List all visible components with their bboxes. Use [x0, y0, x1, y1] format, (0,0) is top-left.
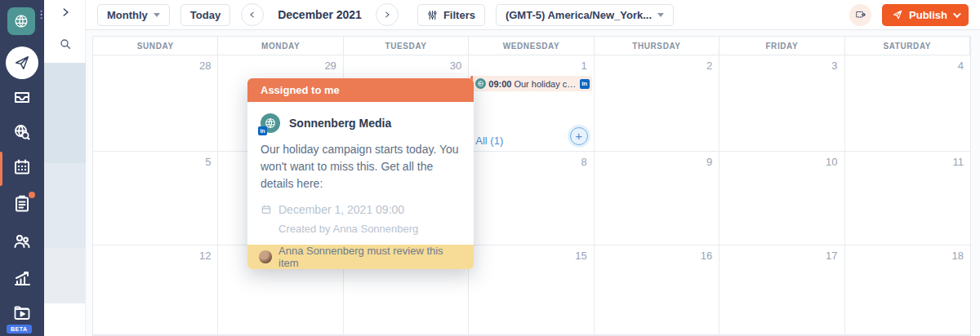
date-number: 5	[205, 156, 211, 168]
date-number: 16	[701, 250, 712, 262]
day-cell-december-1[interactable]: 1 09:00 Our holiday cam... in All (1) +	[469, 55, 594, 152]
inbox-icon	[12, 87, 32, 107]
date-number: 17	[826, 250, 837, 262]
popup-body: in Sonnenberg Media Our holiday campaign…	[247, 102, 474, 269]
all-posts-link[interactable]: All (1)	[475, 135, 503, 147]
account-name: Sonnenberg Media	[289, 117, 391, 130]
day-header-thursday: THURSDAY	[595, 37, 719, 55]
globe-search-icon	[12, 122, 32, 142]
workspace-avatar[interactable]	[7, 7, 35, 35]
day-cell[interactable]: 8	[469, 152, 594, 245]
day-header-tuesday: TUESDAY	[344, 37, 469, 55]
chevron-down-icon	[657, 13, 664, 17]
day-cell[interactable]: 5	[93, 152, 218, 245]
day-cell[interactable]: 11	[845, 152, 970, 245]
date-number: 30	[450, 60, 461, 72]
previous-month-button[interactable]	[241, 3, 264, 26]
popup-header: Assigned to me	[247, 78, 474, 102]
expand-calendar-button[interactable]	[849, 4, 871, 26]
expand-sidebar-button[interactable]	[44, 7, 86, 18]
date-number: 12	[199, 250, 211, 262]
day-header-sunday: SUNDAY	[93, 37, 218, 55]
chevron-down-icon	[154, 13, 160, 17]
assigned-label: Assigned to me	[261, 84, 340, 96]
clipboard-list-icon	[12, 194, 32, 214]
publish-button[interactable]: Publish	[882, 4, 969, 26]
sidebar-item-publishing[interactable]	[0, 194, 44, 214]
date-number: 8	[581, 156, 586, 168]
date-number: 9	[706, 156, 712, 168]
profile-group-placeholder[interactable]	[44, 248, 86, 303]
view-mode-label: Monthly	[107, 9, 148, 21]
filters-button[interactable]: Filters	[417, 4, 485, 26]
day-cell[interactable]: 28	[93, 55, 218, 152]
linkedin-icon: in	[258, 126, 267, 135]
day-cell[interactable]: 4	[845, 55, 970, 152]
day-cell[interactable]: 3	[719, 55, 844, 152]
calendar-icon	[12, 157, 32, 177]
sidebar-item-home[interactable]	[0, 46, 44, 79]
post-time: 09:00	[488, 79, 511, 89]
add-post-button[interactable]: +	[570, 127, 588, 145]
chevron-down-icon	[953, 10, 961, 18]
post-preview-popup: Assigned to me in Sonnenberg Media Our h…	[247, 78, 474, 269]
next-month-button[interactable]	[376, 3, 399, 26]
day-header-saturday: SATURDAY	[845, 37, 970, 55]
profile-group-placeholder[interactable]	[44, 163, 86, 248]
day-header-monday: MONDAY	[218, 37, 343, 55]
expand-icon	[855, 9, 866, 20]
calendar-icon	[261, 204, 272, 215]
day-cell[interactable]: 9	[595, 152, 719, 245]
sidebar-item-reports[interactable]	[0, 268, 44, 288]
day-cell[interactable]: 12	[93, 245, 218, 335]
sidebar-item-inbox[interactable]	[0, 87, 44, 107]
linkedin-icon: in	[580, 79, 590, 89]
profile-group-placeholder[interactable]	[44, 63, 86, 163]
date-number: 28	[199, 60, 211, 72]
paper-plane-icon	[892, 9, 903, 20]
post-title: Our holiday cam...	[514, 79, 577, 89]
day-cell[interactable]: 16	[595, 245, 719, 335]
people-icon	[12, 232, 32, 251]
account-avatar	[475, 78, 486, 89]
sidebar-item-community[interactable]	[0, 232, 44, 251]
search-icon[interactable]	[44, 38, 86, 51]
sidebar-item-listening[interactable]	[0, 122, 44, 142]
day-cell[interactable]: 17	[719, 245, 844, 335]
timezone-select[interactable]: (GMT-5) America/New_York...	[496, 4, 674, 26]
scheduled-post-chip[interactable]: 09:00 Our holiday cam... in	[470, 76, 591, 91]
period-title: December 2021	[278, 8, 362, 21]
day-cell[interactable]: 10	[719, 152, 844, 245]
sidebar-item-library[interactable]	[0, 303, 44, 323]
day-cell[interactable]: 18	[845, 245, 970, 335]
review-banner: Anna Sonnenberg must review this item	[247, 245, 474, 269]
date-number: 4	[958, 60, 964, 72]
workspace-menu-icon[interactable]: ⋮	[36, 11, 47, 18]
day-cell[interactable]: 15	[469, 245, 594, 335]
day-header-wednesday: WEDNESDAY	[469, 37, 594, 55]
date-number: 18	[952, 250, 964, 262]
date-number: 2	[706, 60, 712, 72]
notification-dot	[29, 192, 35, 198]
date-number: 10	[826, 156, 837, 168]
date-number: 3	[831, 60, 837, 72]
view-mode-select[interactable]: Monthly	[97, 4, 170, 26]
day-cell[interactable]: 2	[595, 55, 719, 152]
sidebar-item-calendar[interactable]	[0, 157, 44, 177]
primary-sidebar: ⋮	[0, 0, 44, 336]
calendar-panel: SUNDAY MONDAY TUESDAY WEDNESDAY THURSDAY…	[92, 36, 971, 336]
scheduled-datetime: December 1, 2021 09:00	[278, 203, 404, 216]
calendar-toolbar: Monthly Today December 2021 Filters (GMT…	[86, 0, 980, 30]
globe-logo-icon	[12, 12, 30, 30]
account-avatar: in	[261, 113, 280, 133]
calendar-grid: SUNDAY MONDAY TUESDAY WEDNESDAY THURSDAY…	[93, 37, 970, 335]
review-notice: Anna Sonnenberg must review this item	[278, 245, 462, 269]
video-folder-icon	[12, 303, 32, 323]
date-number: 1	[581, 60, 586, 72]
chart-growth-icon	[12, 268, 32, 288]
post-message: Our holiday campaign starts today. You w…	[261, 141, 461, 192]
today-button[interactable]: Today	[180, 4, 230, 26]
timezone-label: (GMT-5) America/New_York...	[506, 9, 652, 21]
created-by: Created by Anna Sonnenberg	[278, 223, 461, 235]
beta-badge: BETA	[7, 325, 32, 334]
